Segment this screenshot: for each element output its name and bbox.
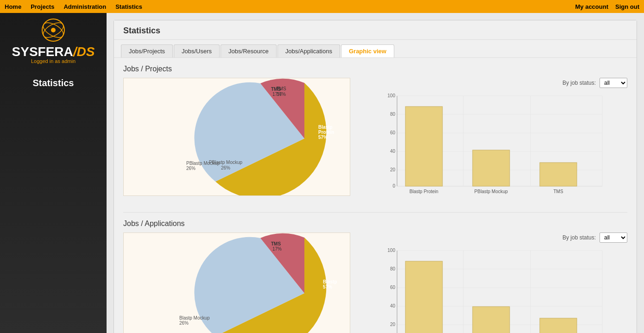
status-select-2[interactable]: all	[600, 232, 627, 243]
logged-in-text: Logged in as admin	[31, 58, 76, 64]
sidebar-statistics-title: Statistics	[33, 78, 74, 88]
bar-chart-applications: By job status: all 100 80 60 40 20	[360, 232, 627, 333]
tab-jobs-users[interactable]: Jobs/Users	[174, 44, 220, 57]
section-title-projects: Jobs / Projects	[123, 65, 627, 73]
svg-text:80: 80	[390, 266, 396, 271]
pie-label-tms-1: TMS	[271, 87, 281, 92]
bar-status-row-1: By job status: all	[360, 78, 627, 88]
nav-statistics[interactable]: Statistics	[115, 3, 142, 10]
pie-pct-tms-2: 17%	[272, 246, 282, 251]
svg-text:0: 0	[392, 183, 395, 188]
pie-pct-tms-1: 17%	[272, 92, 282, 97]
svg-rect-51	[405, 261, 442, 333]
svg-text:60: 60	[390, 285, 396, 290]
svg-rect-29	[473, 150, 510, 186]
svg-text:100: 100	[387, 93, 395, 98]
svg-text:60: 60	[390, 130, 396, 135]
svg-rect-53	[540, 318, 577, 333]
svg-text:80: 80	[390, 112, 396, 117]
svg-point-3	[51, 28, 56, 32]
top-nav: Home Projects Administration Statistics …	[0, 0, 644, 13]
my-account-link[interactable]: My account	[575, 3, 608, 10]
tab-jobs-resource[interactable]: Jobs/Resource	[221, 44, 277, 57]
svg-rect-28	[405, 107, 442, 186]
tab-graphic-view[interactable]: Graphic view	[341, 44, 394, 57]
logo-sysfera: SYSFERA	[12, 44, 73, 59]
nav-administration[interactable]: Administration	[63, 3, 106, 10]
sign-out-link[interactable]: Sign out	[615, 3, 639, 10]
logged-in-label: Logged in as	[31, 58, 60, 64]
nav-home[interactable]: Home	[5, 3, 21, 10]
pie-label-pblastp-1: PBlastp Mockup26%	[186, 161, 220, 171]
logo-area	[41, 18, 66, 43]
bar-status-row-2: By job status: all	[360, 232, 627, 243]
tabs-bar: Jobs/Projects Jobs/Users Jobs/Resource J…	[114, 40, 637, 58]
status-select-1[interactable]: all	[600, 78, 627, 88]
pie-label-blastp-1: BlastpProtein57%	[318, 125, 334, 140]
logo-text: SYSFERA/DS	[12, 45, 95, 58]
section-jobs-applications: Jobs / Applications TMS	[114, 213, 637, 333]
charts-row-applications: TMS 17% Blastp57% Blastp Mockup26% By jo…	[123, 232, 627, 333]
svg-text:20: 20	[390, 167, 396, 172]
svg-text:26%: 26%	[221, 165, 230, 170]
logo-icon	[41, 18, 66, 43]
sidebar: SYSFERA/DS Logged in as admin Statistics	[0, 13, 107, 333]
logo-ds: /DS	[73, 44, 95, 59]
pie-svg-applications	[124, 233, 350, 333]
section-jobs-projects: Jobs / Projects	[114, 58, 637, 212]
username: admin	[62, 58, 76, 64]
pie-svg-projects: Blastp Protein 57% TMS 17% PBlastp Mocku…	[124, 78, 350, 196]
svg-text:PBlastp Mockup: PBlastp Mockup	[474, 189, 508, 194]
charts-row-projects: Blastp Protein 57% TMS 17% PBlastp Mocku…	[123, 78, 627, 205]
svg-text:TMS: TMS	[553, 189, 563, 194]
bar-svg-applications: 100 80 60 40 20 0	[360, 245, 627, 333]
bar-chart-projects: By job status: all 100 80 60 40 20	[360, 78, 627, 205]
tab-jobs-applications[interactable]: Jobs/Applications	[278, 44, 340, 57]
pie-label-blastpmockup-2: Blastp Mockup26%	[179, 315, 210, 326]
svg-rect-52	[473, 307, 510, 333]
pie-chart-projects: Blastp Protein 57% TMS 17% PBlastp Mocku…	[123, 78, 350, 196]
top-nav-right: My account Sign out	[575, 3, 639, 10]
tab-jobs-projects[interactable]: Jobs/Projects	[121, 44, 173, 57]
bar-svg-projects: 100 80 60 40 20 0	[360, 90, 627, 204]
content-box: Statistics Jobs/Projects Jobs/Users Jobs…	[114, 20, 637, 333]
svg-text:Blastp Protein: Blastp Protein	[410, 189, 438, 194]
svg-text:20: 20	[390, 322, 396, 327]
main-content: Statistics Jobs/Projects Jobs/Users Jobs…	[107, 13, 644, 333]
svg-text:100: 100	[387, 248, 395, 253]
section-title-applications: Jobs / Applications	[123, 220, 627, 228]
svg-text:40: 40	[390, 149, 396, 154]
svg-text:40: 40	[390, 303, 396, 308]
nav-projects[interactable]: Projects	[31, 3, 54, 10]
by-job-status-label-1: By job status:	[562, 80, 596, 86]
page-title: Statistics	[114, 20, 637, 40]
pie-chart-applications: TMS 17% Blastp57% Blastp Mockup26%	[123, 232, 350, 333]
svg-rect-30	[540, 163, 577, 186]
pie-label-tms-2: TMS	[271, 241, 281, 246]
pie-label-blastp-2: Blastp57%	[323, 279, 337, 289]
top-nav-left: Home Projects Administration Statistics	[5, 3, 142, 10]
by-job-status-label-2: By job status:	[562, 234, 596, 241]
